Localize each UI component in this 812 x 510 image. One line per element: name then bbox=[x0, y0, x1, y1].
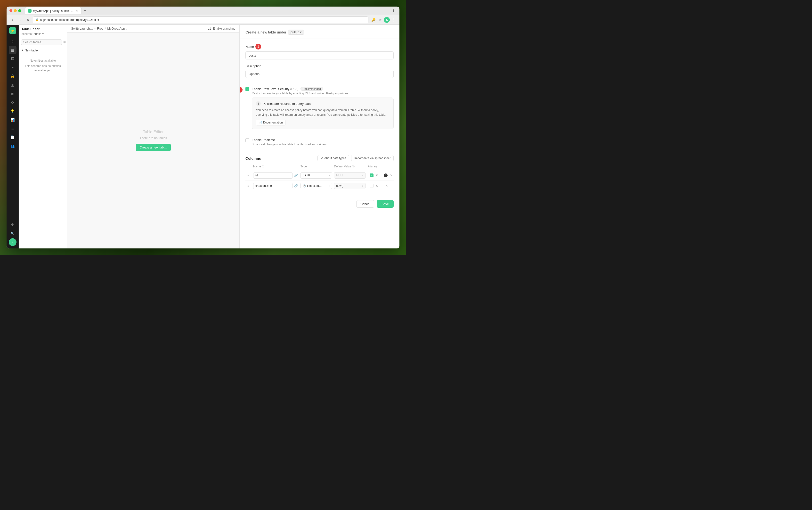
sidebar-item-files[interactable]: 📄 bbox=[9, 134, 17, 141]
step-2-badge: 2 bbox=[239, 87, 243, 93]
cancel-button[interactable]: Cancel bbox=[356, 200, 374, 208]
new-table-button[interactable]: + New table bbox=[19, 47, 67, 54]
close-button[interactable] bbox=[9, 9, 12, 12]
rls-checkbox[interactable]: ✓ bbox=[245, 87, 249, 91]
branch-label: Enable branching bbox=[213, 27, 236, 30]
create-table-panel: Create a new table under public Name 1 bbox=[239, 25, 399, 249]
sidebar-item-globe[interactable]: ◎ bbox=[9, 90, 17, 97]
type-clock-icon: 🕐 bbox=[303, 185, 306, 188]
type-chevron-icon: ▾ bbox=[329, 174, 330, 177]
col-name-input-id[interactable] bbox=[253, 172, 293, 178]
sidebar-item-logs[interactable]: ≣ bbox=[9, 125, 17, 133]
sidebar-item-search[interactable]: 🔍 bbox=[9, 229, 17, 237]
save-button[interactable]: Save bbox=[377, 200, 394, 208]
url-bar[interactable]: 🔒 supabase.com/dashboard/project/ryu…/ed… bbox=[33, 17, 368, 23]
sidebar-item-docs[interactable]: ≡ bbox=[9, 63, 17, 71]
drag-handle-creation[interactable]: ≡ bbox=[245, 184, 251, 188]
branch-icon: ⎇ bbox=[208, 27, 211, 30]
panel-schema-badge: public bbox=[288, 30, 304, 35]
col-primary-creation: ⚙ bbox=[367, 183, 382, 189]
refresh-button[interactable]: ↻ bbox=[25, 17, 31, 23]
col-type-select-creation[interactable]: 🕐 timestam… ▾ bbox=[301, 183, 332, 189]
col-link-icon-creation[interactable]: 🔗 bbox=[294, 183, 299, 189]
sidebar-nav: ⚡ ⌂ ▦ 🖼 ≡ 🔒 ◫ ◎ ⊹ 💡 📊 ≣ 📄 👥 ⚙ 🔍 ? bbox=[6, 25, 19, 249]
col-delete-id[interactable]: ✕ bbox=[389, 173, 394, 178]
address-bar-actions: 🔑 ☆ S ⋮ bbox=[370, 17, 396, 23]
browser-tab[interactable]: MyGreatApp | SwiftyLaunchT… ✕ bbox=[25, 7, 82, 14]
columns-actions: ↗ About data types Import data via sprea… bbox=[318, 155, 394, 161]
schema-label: schema: bbox=[22, 32, 32, 36]
col-default-id[interactable]: NULL ≡ bbox=[334, 172, 365, 178]
col-link-icon-id[interactable]: 🔗 bbox=[294, 172, 299, 178]
tab-favicon bbox=[28, 9, 32, 12]
sidebar-item-packages[interactable]: ◫ bbox=[9, 81, 17, 89]
maximize-button[interactable] bbox=[18, 9, 21, 12]
tab-close-button[interactable]: ✕ bbox=[75, 9, 79, 12]
rls-label: Enable Row Level Security (RLS) bbox=[252, 87, 299, 91]
sidebar-item-edge[interactable]: ⊹ bbox=[9, 98, 17, 106]
key-icon[interactable]: 🔑 bbox=[370, 17, 376, 23]
rls-desc: Restrict access to your table by enablin… bbox=[252, 92, 394, 95]
breadcrumb-sep2: / bbox=[105, 27, 106, 30]
sidebar-item-home[interactable]: ⌂ bbox=[9, 37, 17, 45]
sidebar-item-settings[interactable]: ⚙ bbox=[9, 221, 17, 229]
sidebar-item-auth[interactable]: 🔒 bbox=[9, 72, 17, 80]
primary-checkbox-id[interactable]: ✓ bbox=[370, 173, 373, 177]
table-row: ≡ 🔗 # int8 ▾ NULL bbox=[245, 170, 394, 181]
realtime-checkbox[interactable] bbox=[245, 138, 249, 142]
col-settings-id[interactable]: ⚙ bbox=[374, 173, 380, 178]
sidebar-item-users[interactable]: 👥 bbox=[9, 142, 17, 150]
sidebar-user-avatar[interactable]: ? bbox=[9, 238, 17, 246]
col-header-primary: Primary bbox=[367, 165, 382, 168]
col-name-input-creation[interactable] bbox=[253, 183, 293, 189]
sidebar-item-storage[interactable]: 🖼 bbox=[9, 55, 17, 63]
downloads-icon[interactable]: ⬇ bbox=[391, 8, 396, 13]
import-label: Import data via spreadsheet bbox=[354, 157, 390, 160]
step-1-badge: 1 bbox=[255, 44, 261, 50]
empty-array-link[interactable]: empty array bbox=[298, 113, 313, 116]
rls-content: Enable Row Level Security (RLS) Recommen… bbox=[252, 87, 394, 129]
breadcrumb-sep1: • bbox=[94, 27, 95, 30]
new-tab-button[interactable]: + bbox=[82, 7, 89, 14]
forward-button[interactable]: › bbox=[17, 17, 23, 23]
user-avatar[interactable]: S bbox=[384, 17, 390, 23]
panel-title: Create a new table under bbox=[245, 30, 286, 34]
sidebar-item-tables[interactable]: ▦ bbox=[9, 46, 17, 54]
col-delete-creation[interactable]: ✕ bbox=[384, 183, 389, 189]
documentation-link[interactable]: 📄 Documentation bbox=[256, 120, 285, 125]
menu-icon[interactable]: ⋮ bbox=[391, 17, 396, 23]
star-icon[interactable]: ☆ bbox=[377, 17, 383, 23]
col-header-type: Type bbox=[301, 165, 332, 168]
back-button[interactable]: ‹ bbox=[9, 17, 15, 23]
traffic-lights bbox=[9, 9, 21, 12]
table-name-input[interactable] bbox=[245, 51, 394, 59]
col-type-creation: timestam… bbox=[307, 184, 322, 188]
schema-selector[interactable]: schema: public ▾ bbox=[22, 32, 64, 36]
app-logo[interactable]: ⚡ bbox=[9, 27, 16, 34]
col-type-select-id[interactable]: # int8 ▾ bbox=[301, 172, 332, 178]
col-settings-creation[interactable]: ⚙ bbox=[374, 183, 380, 189]
enable-branching-button[interactable]: ⎇ Enable branching bbox=[208, 27, 236, 30]
sidebar-item-insights[interactable]: 💡 bbox=[9, 107, 17, 115]
primary-checkbox-creation[interactable] bbox=[370, 184, 373, 188]
minimize-button[interactable] bbox=[14, 9, 17, 12]
tab-bar: MyGreatApp | SwiftyLaunchT… ✕ + bbox=[25, 7, 389, 14]
search-tables-input[interactable] bbox=[21, 39, 62, 45]
about-data-types-button[interactable]: ↗ About data types bbox=[318, 155, 349, 161]
import-spreadsheet-button[interactable]: Import data via spreadsheet bbox=[351, 155, 394, 161]
col-default-value-creation: now() bbox=[336, 184, 343, 188]
drag-handle-id[interactable]: ≡ bbox=[245, 173, 251, 177]
create-new-table-button[interactable]: Create a new tab… bbox=[136, 144, 171, 151]
col-default-creation[interactable]: now() ≡ bbox=[334, 183, 365, 189]
columns-section: Columns ↗ About data types Import data v… bbox=[245, 155, 394, 191]
filter-icon[interactable]: ⊞ bbox=[63, 40, 66, 44]
name-label-text: Name bbox=[245, 45, 254, 49]
main-content: SwiftyLaunch… • Free / MyGreatApp / ⎇ En… bbox=[67, 25, 239, 249]
name-field: Name 1 bbox=[245, 44, 394, 59]
description-input[interactable] bbox=[245, 70, 394, 78]
policy-info-icon: ℹ bbox=[256, 101, 261, 106]
plus-icon: + bbox=[22, 49, 23, 52]
editor-empty-sub: There are no tables bbox=[140, 136, 167, 140]
sidebar-item-reports[interactable]: 📊 bbox=[9, 116, 17, 124]
table-list-title: Table Editor bbox=[22, 27, 64, 31]
